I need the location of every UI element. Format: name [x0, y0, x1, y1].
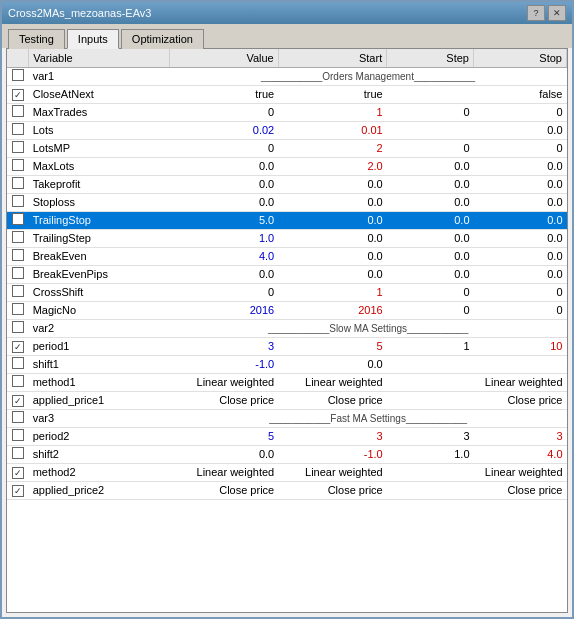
tab-testing[interactable]: Testing [8, 29, 65, 49]
row-checkbox[interactable] [12, 159, 24, 171]
row-checkbox[interactable] [12, 411, 24, 423]
row-checkbox-cell [7, 301, 29, 319]
table-row[interactable]: MaxTrades0100 [7, 103, 567, 121]
table-row[interactable]: TrailingStep1.00.00.00.0 [7, 229, 567, 247]
tab-inputs[interactable]: Inputs [67, 29, 119, 49]
main-window: Cross2MAs_mezoanas-EAv3 ? ✕ Testing Inpu… [0, 0, 574, 619]
row-checkbox[interactable] [12, 195, 24, 207]
var-name: period2 [29, 427, 170, 445]
table-row[interactable]: Stoploss0.00.00.00.0 [7, 193, 567, 211]
row-checkbox-cell [7, 427, 29, 445]
var-value: 1.0 [170, 229, 278, 247]
table-row[interactable]: var2___________Slow MA Settings_________… [7, 319, 567, 337]
row-checkbox-cell [7, 211, 29, 229]
var-step [387, 121, 474, 139]
table-row[interactable]: applied_price1Close priceClose priceClos… [7, 391, 567, 409]
row-checkbox-cell [7, 265, 29, 283]
table-row[interactable]: var1___________Orders Management________… [7, 67, 567, 85]
var-value: 0 [170, 103, 278, 121]
row-checkbox[interactable] [12, 89, 24, 101]
row-checkbox[interactable] [12, 357, 24, 369]
row-checkbox[interactable] [12, 285, 24, 297]
var-name: Takeprofit [29, 175, 170, 193]
row-checkbox[interactable] [12, 321, 24, 333]
col-variable: Variable [29, 49, 170, 67]
row-checkbox-cell [7, 121, 29, 139]
var-step [387, 373, 474, 391]
table-row[interactable]: shift1-1.00.0 [7, 355, 567, 373]
var-stop: 0.0 [474, 265, 567, 283]
table-row[interactable]: MagicNo2016201600 [7, 301, 567, 319]
table-row[interactable]: CrossShift0100 [7, 283, 567, 301]
table-row[interactable]: method2Linear weightedLinear weightedLin… [7, 463, 567, 481]
table-row[interactable]: CloseAtNexttruetruefalse [7, 85, 567, 103]
var-start: true [278, 85, 386, 103]
var-stop: 0 [474, 301, 567, 319]
row-checkbox[interactable] [12, 123, 24, 135]
var-value: 5.0 [170, 211, 278, 229]
row-checkbox[interactable] [12, 375, 24, 387]
row-checkbox[interactable] [12, 231, 24, 243]
var-value: 0.0 [170, 175, 278, 193]
row-checkbox[interactable] [12, 105, 24, 117]
table-row[interactable]: TrailingStop5.00.00.00.0 [7, 211, 567, 229]
var-start: 5 [278, 337, 386, 355]
row-checkbox[interactable] [12, 213, 24, 225]
table-row[interactable]: period135110 [7, 337, 567, 355]
row-checkbox[interactable] [12, 69, 24, 81]
table-row[interactable]: var3___________Fast MA Settings_________… [7, 409, 567, 427]
row-checkbox[interactable] [12, 249, 24, 261]
table-row[interactable]: LotsMP0200 [7, 139, 567, 157]
col-start: Start [278, 49, 386, 67]
row-checkbox-cell [7, 319, 29, 337]
row-checkbox[interactable] [12, 341, 24, 353]
row-checkbox-cell [7, 67, 29, 85]
variables-table: Variable Value Start Step Stop var1_____… [7, 49, 567, 500]
table-row[interactable]: MaxLots0.02.00.00.0 [7, 157, 567, 175]
row-checkbox[interactable] [12, 429, 24, 441]
section-label: ___________Orders Management___________ [170, 67, 567, 85]
row-checkbox[interactable] [12, 485, 24, 497]
var-step: 1 [387, 337, 474, 355]
table-row[interactable]: period25333 [7, 427, 567, 445]
var-name: shift2 [29, 445, 170, 463]
var-name: TrailingStep [29, 229, 170, 247]
row-checkbox[interactable] [12, 303, 24, 315]
var-name: TrailingStop [29, 211, 170, 229]
var-start: 3 [278, 427, 386, 445]
table-row[interactable]: applied_price2Close priceClose priceClos… [7, 481, 567, 499]
close-button[interactable]: ✕ [548, 5, 566, 21]
var-step [387, 391, 474, 409]
var-name: CloseAtNext [29, 85, 170, 103]
row-checkbox[interactable] [12, 467, 24, 479]
table-row[interactable]: BreakEven4.00.00.00.0 [7, 247, 567, 265]
table-container: Variable Value Start Step Stop var1_____… [6, 48, 568, 613]
var-value: Close price [170, 391, 278, 409]
row-checkbox[interactable] [12, 141, 24, 153]
var-name: CrossShift [29, 283, 170, 301]
table-row[interactable]: Lots0.020.010.0 [7, 121, 567, 139]
help-button[interactable]: ? [527, 5, 545, 21]
var-step: 0.0 [387, 265, 474, 283]
var-stop: Close price [474, 481, 567, 499]
var-stop: 0 [474, 139, 567, 157]
table-row[interactable]: Takeprofit0.00.00.00.0 [7, 175, 567, 193]
var-name: method1 [29, 373, 170, 391]
tab-optimization[interactable]: Optimization [121, 29, 204, 49]
row-checkbox[interactable] [12, 267, 24, 279]
row-checkbox[interactable] [12, 447, 24, 459]
var-stop: 0.0 [474, 121, 567, 139]
var-start: Linear weighted [278, 373, 386, 391]
var-name: var1 [29, 67, 170, 85]
var-stop: 0.0 [474, 157, 567, 175]
var-start: Linear weighted [278, 463, 386, 481]
var-value: 0.0 [170, 445, 278, 463]
table-row[interactable]: BreakEvenPips0.00.00.00.0 [7, 265, 567, 283]
row-checkbox-cell [7, 409, 29, 427]
row-checkbox-cell [7, 463, 29, 481]
row-checkbox[interactable] [12, 395, 24, 407]
row-checkbox[interactable] [12, 177, 24, 189]
table-row[interactable]: shift20.0-1.01.04.0 [7, 445, 567, 463]
row-checkbox-cell [7, 85, 29, 103]
table-row[interactable]: method1Linear weightedLinear weightedLin… [7, 373, 567, 391]
